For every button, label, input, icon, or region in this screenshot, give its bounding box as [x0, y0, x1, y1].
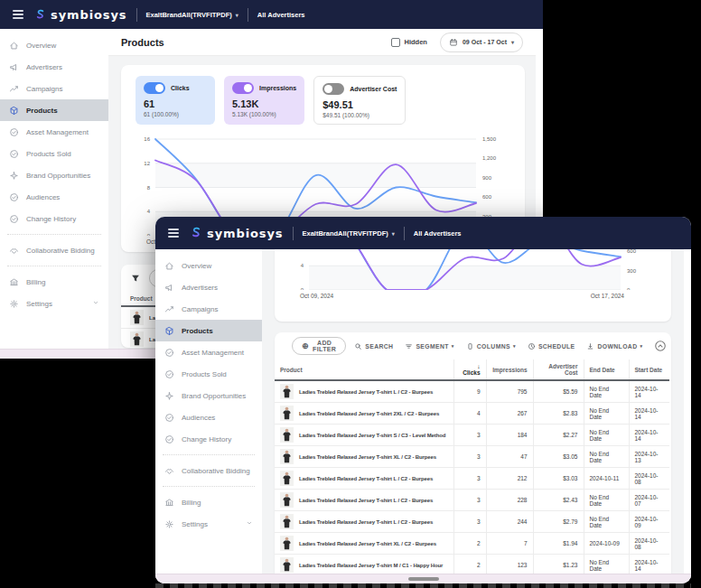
sidebar-item-asset-management[interactable]: Asset Management [155, 341, 262, 363]
brand-account-dropdown[interactable]: ExaltBrandAll(TRVFITPDF)▾ [146, 11, 238, 19]
gear-icon [9, 299, 19, 309]
column-header-impressions[interactable]: Impressions [486, 359, 533, 380]
schedule-clock-icon [528, 342, 536, 350]
home-icon [9, 41, 19, 51]
sparkle-icon [164, 391, 174, 401]
sidebar-item-billing[interactable]: Billing [155, 491, 262, 513]
menu-icon[interactable] [166, 227, 181, 239]
column-header-clicks[interactable]: ↓ Clicks [453, 359, 486, 380]
handshake-icon [9, 246, 19, 256]
sidebar-item-asset-management[interactable]: Asset Management [0, 121, 108, 143]
metric-card-clicks: Clicks6161 (100.00%) [136, 76, 215, 125]
columns-button[interactable]: COLUMNS▾ [466, 342, 516, 350]
sidebar-item-overview[interactable]: Overview [0, 34, 108, 56]
sidebar-item-billing[interactable]: Billing [0, 271, 108, 293]
sidebar-item-settings[interactable]: Settings [0, 293, 108, 314]
table-row[interactable]: Ladies Trebled Relaxed Jersey T-shirt XL… [275, 446, 669, 468]
sidebar-item-brand-opportunities[interactable]: Brand Opportunities [155, 385, 262, 406]
menu-icon[interactable] [11, 8, 25, 21]
clicks-cell: 3 [453, 425, 486, 446]
sparkle-icon [9, 171, 19, 181]
products-table-card: ⊕ ADD FILTER SEARCH SEGMENT▾ [275, 332, 671, 583]
sidebar-item-label: Billing [182, 499, 201, 507]
sidebar-item-label: Campaigns [26, 85, 62, 93]
metric-subvalue: 61 (100.00%) [144, 111, 207, 117]
sidebar-item-products[interactable]: Products [0, 99, 108, 121]
sidebar-item-products-sold[interactable]: Products Sold [0, 143, 108, 164]
sidebar-item-brand-opportunities[interactable]: Brand Opportunities [0, 164, 108, 186]
table-row[interactable]: Ladies Trebled Relaxed Jersey T-shirt M … [275, 555, 669, 576]
sidebar-item-change-history[interactable]: Change History [155, 428, 262, 450]
search-button[interactable]: SEARCH [354, 342, 393, 350]
advertiser-scope[interactable]: All Advertisers [257, 11, 305, 19]
segment-button[interactable]: SEGMENT▾ [405, 342, 453, 350]
sidebar-item-advertisers[interactable]: Advertisers [155, 276, 262, 298]
svg-text:4: 4 [301, 263, 304, 268]
table-row[interactable]: Ladies Trebled Relaxed Jersey T-shirt L … [275, 490, 669, 511]
column-header-product[interactable]: Product [275, 359, 453, 380]
schedule-button[interactable]: SCHEDULE [528, 342, 575, 350]
sidebar-item-label: Advertisers [182, 284, 218, 292]
product-thumbnail [280, 384, 294, 399]
add-filter-button[interactable]: ⊕ ADD FILTER [292, 337, 346, 355]
sidebar-item-products[interactable]: Products [155, 320, 262, 341]
svg-text:1,200: 1,200 [482, 155, 497, 161]
advertiser-cost-cell: $2.83 [533, 403, 584, 425]
table-row[interactable]: Ladies Trebled Relaxed Jersey T-shirt L … [275, 511, 669, 533]
sidebar-item-audiences[interactable]: Audiences [155, 406, 262, 428]
table-row[interactable]: Ladies Trebled Relaxed Jersey T-shirt L … [275, 468, 669, 490]
brand-account-dropdown[interactable]: ExaltBrandAll(TRVFITPDF)▾ [303, 229, 395, 238]
sidebar-item-settings[interactable]: Settings [155, 513, 262, 535]
sidebar-item-products-sold[interactable]: Products Sold [155, 363, 262, 385]
sidebar-item-label: Overview [26, 42, 56, 50]
svg-text:12: 12 [144, 161, 150, 166]
toggle-advertiser-cost[interactable] [322, 83, 344, 95]
logo-s-icon [34, 8, 46, 22]
hidden-checkbox[interactable]: Hidden [391, 38, 427, 47]
collapse-table-button[interactable] [654, 340, 667, 352]
sidebar-item-change-history[interactable]: Change History [0, 208, 108, 229]
sidebar-item-collaborative-bidding[interactable]: Collaborative Bidding [155, 460, 262, 481]
advertiser-cost-cell: $2.27 [533, 425, 584, 446]
sidebar-item-label: Advertisers [26, 63, 62, 71]
sidebar-item-overview[interactable]: Overview [155, 255, 262, 276]
sidebar-item-collaborative-bidding[interactable]: Collaborative Bidding [0, 239, 108, 261]
impressions-cell: 228 [486, 490, 533, 511]
svg-text:1,500: 1,500 [482, 136, 497, 142]
sidebar-item-audiences[interactable]: Audiences [0, 186, 108, 208]
advertiser-scope[interactable]: All Advertisers [414, 229, 462, 238]
download-button[interactable]: DOWNLOAD▾ [586, 342, 642, 350]
app-logo: symbiosys [190, 226, 284, 240]
advertiser-cost-cell: $3.05 [533, 446, 584, 468]
metric-label: Advertiser Cost [350, 86, 397, 92]
scrollbar-handle[interactable] [408, 577, 439, 581]
toggle-clicks[interactable] [144, 82, 165, 94]
date-range-picker[interactable]: 09 Oct - 17 Oct ▾ [440, 33, 523, 52]
start-date-cell: 2024-10-14 [629, 403, 669, 425]
metric-subvalue: 5.13K (100.00%) [232, 111, 296, 117]
page-title: Products [121, 37, 164, 48]
column-header-end-date[interactable]: End Date [584, 359, 629, 380]
brand-name: symbiosys [51, 8, 127, 22]
impressions-cell: 47 [486, 446, 533, 468]
svg-text:300: 300 [627, 268, 637, 274]
table-row[interactable]: Ladies Trebled Relaxed Jersey T-shirt 2X… [275, 403, 669, 425]
start-date-cell: 2024-10-14 [629, 380, 669, 403]
checkbox-box[interactable] [391, 38, 400, 47]
horizontal-scrollbar[interactable] [155, 574, 691, 583]
sidebar-item-campaigns[interactable]: Campaigns [155, 298, 262, 320]
check-circle-icon [9, 192, 19, 202]
metric-value: $49.51 [322, 99, 397, 110]
toggle-impressions[interactable] [232, 82, 254, 94]
advertiser-cost-cell: $5.59 [533, 380, 584, 403]
column-header-advertiser-cost[interactable]: Advertiser Cost [533, 359, 584, 380]
table-row[interactable]: Ladies Trebled Relaxed Jersey T-shirt L … [275, 380, 669, 403]
table-row[interactable]: Ladies Trebled Relaxed Jersey T-shirt XL… [275, 533, 669, 555]
product-thumbnail [130, 310, 144, 325]
column-header-start-date[interactable]: Start Date [629, 359, 669, 380]
table-row[interactable]: Ladies Trebled Relaxed Jersey T-shirt S … [275, 425, 669, 446]
filter-funnel-icon[interactable] [130, 273, 141, 284]
sidebar-item-campaigns[interactable]: Campaigns [0, 78, 108, 99]
sidebar-item-advertisers[interactable]: Advertisers [0, 56, 108, 78]
product-name: Ladies Trebled Relaxed Jersey T-shirt XL… [299, 454, 436, 460]
